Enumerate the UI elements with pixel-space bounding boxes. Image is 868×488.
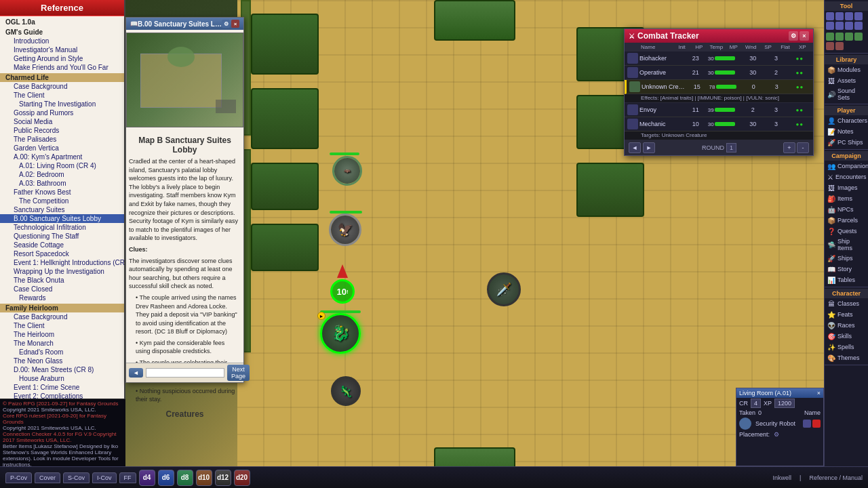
token-creature1[interactable]: 🦇 [332,156,362,186]
nav-item[interactable]: Introduction [0,37,124,45]
token-active[interactable]: 🐉 [320,313,361,354]
nav-item[interactable]: The Heirloom [0,330,124,339]
combat-tracker-header[interactable]: ⚔ Combat Tracker ⚙ × [625,29,813,43]
nav-item[interactable]: Questioning The Staff [0,232,124,241]
tool-btn-4[interactable] [854,12,863,20]
nav-item[interactable]: The Neon Glass [0,357,124,365]
dice-d8-btn[interactable]: d8 [177,470,193,486]
nav-item[interactable]: Investigator's Manual [0,45,124,54]
tool-btn-5[interactable] [826,22,834,30]
ct-combatant-row[interactable]: Biohacker 23 30 30 3 ● ● [625,52,813,66]
nav-item[interactable]: Resort Spacedock [0,249,124,258]
camp-story-btn[interactable]: 📖Story [825,264,868,274]
ct-prev-btn[interactable]: ◄ [629,142,641,153]
nav-item[interactable]: GM's Guide [0,28,124,37]
nav-item[interactable]: Make Friends and You'll Go Far [0,63,124,72]
npc-edit-btn[interactable] [803,420,811,428]
nav-item[interactable]: Sanctuary Suites [0,205,124,214]
camp-quests-btn[interactable]: ❓Quests [825,226,868,237]
ct-close-btn[interactable]: × [800,31,809,41]
nav-item[interactable]: Social Media [0,117,124,126]
dice-d20-btn[interactable]: d20 [234,470,250,486]
ct-combatant-row[interactable]: Envoy 11 39 2 3 ● ● [625,103,813,117]
camp-tables-btn[interactable]: 📊Tables [825,274,868,285]
module-prev-btn[interactable]: ◄ [129,368,143,378]
dice-d4-btn[interactable]: d4 [139,470,155,486]
ct-remove-btn[interactable]: - [797,142,809,153]
tab-p-cov[interactable]: P-Cov [5,472,32,483]
camp-ships-btn[interactable]: 🚀Ships [825,253,868,264]
module-window-header[interactable]: 📖 B.00 Sanctuary Suites Lobby ⚙ × [126,18,243,30]
ct-add-btn[interactable]: + [783,142,795,153]
ct-combatant-row[interactable]: Unknown Creature 15 78 0 3 ● ● [625,80,813,94]
nav-item[interactable]: House Araburn [0,374,124,383]
tool-btn-7[interactable] [845,22,853,30]
nav-item[interactable]: Starting The Investigation [0,100,124,108]
nav-item[interactable]: Gossip and Rumors [0,108,124,117]
nav-item[interactable]: Case Background [0,82,124,91]
nav-item[interactable]: The Client [0,321,124,330]
nav-item[interactable]: Seaside Cottage [0,241,124,249]
nav-item[interactable]: Wrapping Up the Investigation [0,267,124,276]
camp-parcels-btn[interactable]: 📦Parcels [825,215,868,226]
module-config-btn[interactable]: ⚙ [222,20,230,28]
nav-item[interactable]: Charmed Life [0,73,124,82]
tool-btn-8[interactable] [854,22,863,30]
nav-item[interactable]: Getting Around in Style [0,54,124,63]
nav-item[interactable]: Public Records [0,126,124,135]
nav-item[interactable]: The Client [0,91,124,100]
player-notes-btn[interactable]: 📝Notes [825,126,868,137]
nav-item[interactable]: Technological Infiltration [0,223,124,232]
module-close-btn[interactable]: × [231,20,239,28]
nav-item[interactable]: Garden Vertica [0,144,124,152]
camp-encounters-btn[interactable]: ⚔Encounters [825,171,868,182]
player-chars-btn[interactable]: 👤Characters [825,115,868,126]
dice-d6-btn[interactable]: d6 [158,470,174,486]
camp-companions-btn[interactable]: 👥Companions [825,161,868,171]
library-assets-btn[interactable]: 🖼Assets [825,75,868,86]
tool-btn-2[interactable] [835,12,844,20]
tool-btn-10[interactable] [835,33,844,41]
tool-btn-1[interactable] [826,12,834,20]
tool-btn-13[interactable] [826,42,834,50]
nav-item[interactable]: A.02: Bedroom [0,170,124,179]
module-page-input[interactable] [146,368,224,378]
dice-d10-btn[interactable]: d10 [196,470,212,486]
module-next-btn[interactable]: Next Page [227,365,250,381]
player-ships-btn[interactable]: 🚀PC Ships [825,137,868,148]
nav-item[interactable]: Father Knows Best [0,188,124,197]
nav-item[interactable]: The Competition [0,197,124,205]
nav-item[interactable]: Case Background [0,312,124,321]
char-races-btn[interactable]: 👽Races [825,320,868,331]
tool-btn-3[interactable] [845,12,853,20]
tab-ff[interactable]: FF [119,472,136,483]
token-creature5[interactable]: 🗡️ [487,272,521,306]
npc-delete-btn[interactable] [812,420,821,428]
camp-images-btn[interactable]: 🖼Images [825,182,868,193]
char-skills-btn[interactable]: 🎯Skills [825,331,868,342]
lr-header[interactable]: Living Room (A.01) × [736,388,823,398]
tab-i-cov[interactable]: I-Cov [92,472,117,483]
tab-s-cov[interactable]: S-Cov [63,472,90,483]
camp-npcs-btn[interactable]: 🤖NPCs [825,204,868,215]
nav-item[interactable]: A.01: Living Room (CR 4) [0,161,124,170]
char-themes-btn[interactable]: 🎨Themes [825,352,868,363]
nav-item[interactable]: OGL 1.0a [0,18,124,26]
nav-item[interactable]: A.03: Bathroom [0,179,124,188]
lr-close-btn[interactable]: × [817,390,821,396]
token-creature4[interactable]: 🦎 [331,376,361,406]
ct-next-btn[interactable]: ► [643,142,655,153]
nav-item[interactable]: D.00: Mean Streets (CR 8) [0,365,124,374]
char-classes-btn[interactable]: 🏛Classes [825,298,868,309]
nav-item[interactable]: Case Closed [0,285,124,293]
camp-items-btn[interactable]: 🎒Items [825,193,868,204]
tool-btn-9[interactable] [826,33,834,41]
nav-item[interactable]: B.00 Sanctuary Suites Lobby [0,214,124,223]
nav-item[interactable]: Ednad's Room [0,348,124,357]
nav-item[interactable]: Event 1: Hellknight Introductions (CR 5) [0,258,124,267]
nav-item[interactable]: The Palisades [0,135,124,144]
tool-btn-11[interactable] [845,33,853,41]
nav-item[interactable]: Family Heirloom [0,304,124,312]
ct-combatant-row[interactable]: Mechanic 10 30 30 3 ● ● [625,117,813,131]
camp-shipitems-btn[interactable]: 🛸Ship Items [825,237,868,253]
